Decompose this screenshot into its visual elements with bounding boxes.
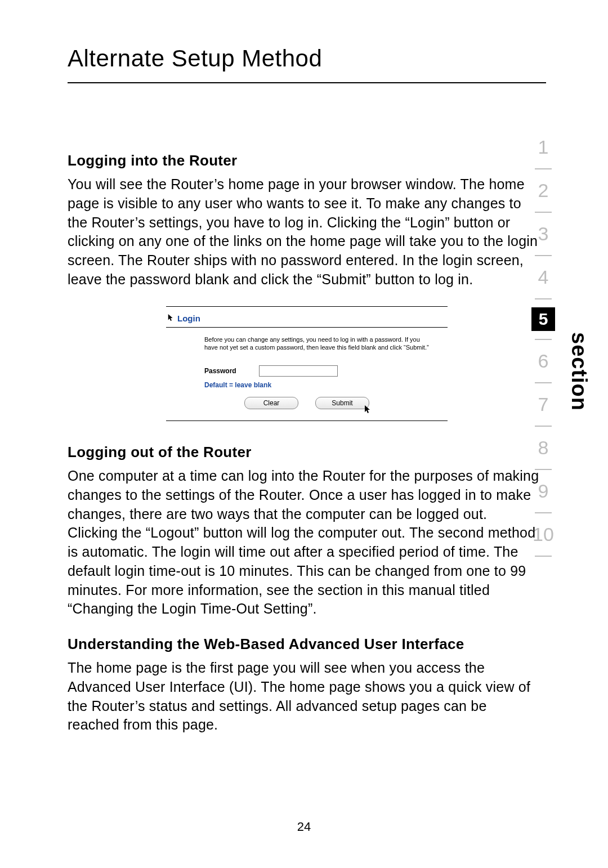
heading-logging-out: Logging out of the Router: [68, 444, 546, 461]
heading-logging-in: Logging into the Router: [68, 152, 546, 169]
title-rule: [68, 82, 546, 83]
cursor-icon: [167, 314, 175, 323]
login-instructions: Before you can change any settings, you …: [204, 335, 430, 352]
login-link[interactable]: Login: [167, 314, 200, 323]
section-label: section: [567, 332, 591, 411]
password-label: Password: [204, 367, 236, 375]
paragraph-logging-out: One computer at a time can log into the …: [68, 467, 540, 619]
paragraph-understanding-ui: The home page is the first page you will…: [68, 659, 540, 735]
login-screenshot: Login Before you can change any settings…: [166, 306, 448, 422]
page-title: Alternate Setup Method: [68, 45, 546, 72]
page-number: 24: [0, 820, 608, 834]
password-default-hint: Default = leave blank: [204, 381, 448, 389]
login-link-label: Login: [177, 314, 200, 323]
password-input[interactable]: [259, 365, 338, 377]
clear-button[interactable]: Clear: [244, 397, 298, 409]
heading-understanding-ui: Understanding the Web-Based Advanced Use…: [68, 636, 546, 653]
paragraph-logging-in: You will see the Router’s home page in y…: [68, 175, 540, 289]
cursor-icon: [364, 405, 373, 414]
submit-button[interactable]: Submit: [315, 397, 369, 409]
